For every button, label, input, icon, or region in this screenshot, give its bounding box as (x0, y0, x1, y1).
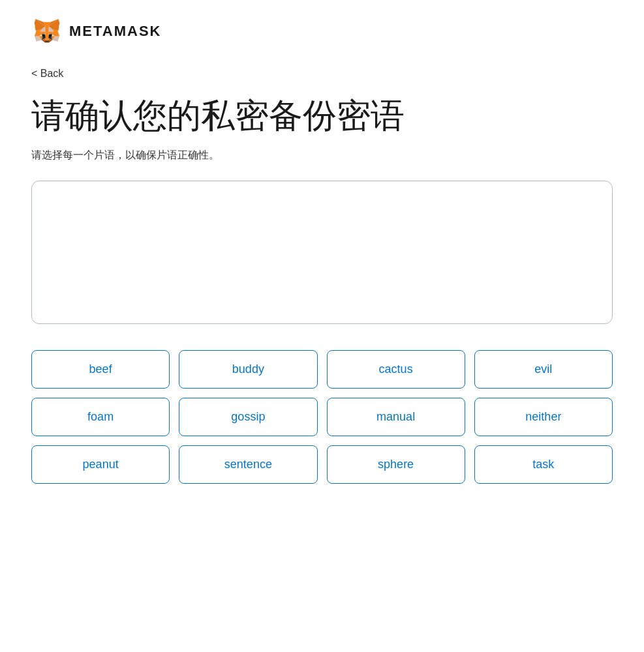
page-subtitle: 请选择每一个片语，以确保片语正确性。 (31, 149, 613, 162)
word-chip-foam[interactable]: foam (31, 398, 170, 436)
svg-marker-23 (45, 38, 49, 40)
word-chip-gossip[interactable]: gossip (179, 398, 317, 436)
word-chip-neither[interactable]: neither (474, 398, 613, 436)
header: METAMASK (31, 16, 613, 47)
word-chip-grid: beefbuddycactusevilfoamgossipmanualneith… (31, 350, 613, 484)
metamask-brand-text: METAMASK (69, 23, 161, 40)
word-chip-task[interactable]: task (474, 445, 613, 484)
word-chip-buddy[interactable]: buddy (179, 350, 317, 389)
word-chip-peanut[interactable]: peanut (31, 445, 170, 484)
metamask-fox-icon (31, 16, 63, 47)
word-chip-manual[interactable]: manual (327, 398, 465, 436)
back-button[interactable]: < Back (31, 68, 63, 80)
back-label: < Back (31, 68, 63, 80)
word-chip-beef[interactable]: beef (31, 350, 170, 389)
phrase-drop-area[interactable] (31, 181, 613, 324)
word-chip-sphere[interactable]: sphere (327, 445, 465, 484)
page-container: METAMASK < Back 请确认您的私密备份密语 请选择每一个片语，以确保… (0, 0, 644, 510)
page-title: 请确认您的私密备份密语 (31, 95, 613, 136)
word-chip-evil[interactable]: evil (474, 350, 613, 389)
metamask-logo: METAMASK (31, 16, 161, 47)
word-chip-cactus[interactable]: cactus (327, 350, 465, 389)
word-chip-sentence[interactable]: sentence (179, 445, 317, 484)
